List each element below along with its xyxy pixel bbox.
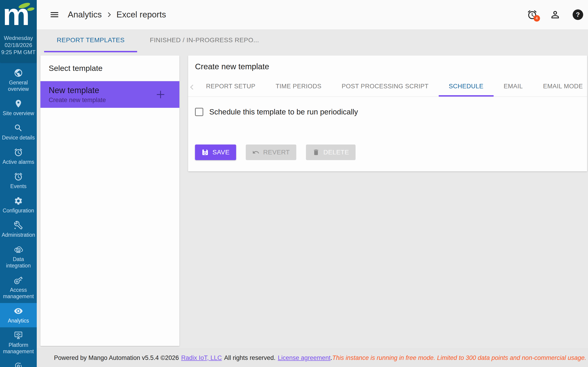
footer: Powered by Mango Automation v5.5.4 ©2026… bbox=[37, 349, 588, 367]
template-list-panel: Select template New template Create new … bbox=[40, 56, 179, 346]
key-icon bbox=[14, 276, 23, 285]
sidebar-item-label: Access management bbox=[1, 287, 36, 300]
footer-license-link[interactable]: License agreement bbox=[278, 354, 330, 361]
sidebar-item-label: Platform management bbox=[1, 342, 36, 355]
person-icon bbox=[550, 9, 561, 20]
breadcrumb: Analytics Excel reports bbox=[68, 10, 166, 19]
cloud-transfer-icon bbox=[14, 245, 23, 254]
sidebar-item-site-overview[interactable]: Site overview bbox=[0, 96, 37, 120]
date-weekday: Wednesday bbox=[0, 34, 37, 42]
question-mark-icon: ? bbox=[576, 11, 580, 18]
alarm-clock-icon bbox=[14, 148, 23, 157]
monitor-gear-icon bbox=[14, 331, 23, 340]
sidebar-item-access-management[interactable]: Access management bbox=[0, 272, 37, 303]
topbar-icons: 4 ? bbox=[527, 9, 583, 20]
gear-icon bbox=[14, 196, 23, 206]
undo-arrow-icon bbox=[252, 149, 259, 156]
sidebar-item-data-integration[interactable]: Data integration bbox=[0, 242, 37, 272]
sidebar-item-platform-management[interactable]: Platform management bbox=[0, 327, 37, 358]
footer-license-period: . bbox=[330, 354, 332, 361]
main-column: Analytics Excel reports 4 ? REPORT TE bbox=[37, 0, 588, 367]
user-button[interactable] bbox=[550, 9, 561, 20]
menu-icon[interactable] bbox=[49, 10, 60, 20]
sidebar-item-label: Site overview bbox=[1, 110, 36, 117]
search-icon bbox=[14, 123, 23, 133]
schedule-checkbox-label: Schedule this template to be run periodi… bbox=[209, 108, 358, 116]
schedule-checkbox[interactable] bbox=[195, 108, 203, 116]
tab-report-setup[interactable]: REPORT SETUP bbox=[196, 77, 266, 97]
sidebar-item-label: Analytics bbox=[1, 317, 36, 324]
save-button[interactable]: SAVE bbox=[195, 144, 236, 160]
sidebar-header: m Wednesday 02/18/2026 9:25 PM GMT bbox=[0, 0, 37, 62]
map-pin-icon bbox=[14, 99, 23, 108]
sidebar-item-label: Administration bbox=[1, 232, 36, 238]
tab-time-periods[interactable]: TIME PERIODS bbox=[266, 77, 332, 97]
plus-icon bbox=[155, 89, 166, 100]
page-tabs: REPORT TEMPLATES FINISHED / IN-PROGRESS … bbox=[37, 29, 588, 52]
chevron-left-icon bbox=[188, 83, 196, 91]
revert-button-label: REVERT bbox=[263, 149, 290, 156]
template-list-title: Select template bbox=[40, 56, 179, 81]
delete-button[interactable]: DELETE bbox=[306, 144, 355, 160]
mango-logo: m bbox=[0, 2, 37, 31]
time-value: 9:25 PM GMT bbox=[0, 49, 37, 56]
alarms-button[interactable]: 4 bbox=[527, 9, 538, 20]
trash-icon bbox=[312, 149, 320, 156]
leaf-icon bbox=[18, 2, 35, 12]
sidebar-item-analytics[interactable]: Analytics bbox=[0, 303, 37, 327]
sidebar-item-label: Events bbox=[1, 183, 36, 190]
sidebar-item-events[interactable]: Events bbox=[0, 169, 37, 193]
breadcrumb-excel-reports: Excel reports bbox=[116, 10, 166, 19]
sidebar-item-device-details[interactable]: Device details bbox=[0, 120, 37, 144]
free-mode-notice: This instance is running in free mode. L… bbox=[332, 354, 586, 361]
delete-button-label: DELETE bbox=[323, 149, 349, 156]
alarm-clock-icon bbox=[14, 172, 23, 181]
sidebar-item-administration[interactable]: Administration bbox=[0, 217, 37, 242]
sidebar-item-general-overview[interactable]: General overview bbox=[0, 65, 37, 96]
sidebar-item-label: Configuration bbox=[1, 207, 36, 214]
save-button-label: SAVE bbox=[212, 149, 230, 156]
sidebar-item-label: General overview bbox=[1, 79, 36, 92]
alarm-count-badge: 4 bbox=[534, 15, 540, 22]
revert-button[interactable]: REVERT bbox=[246, 144, 296, 160]
date-value: 02/18/2026 bbox=[0, 42, 37, 49]
schedule-checkbox-row: Schedule this template to be run periodi… bbox=[195, 107, 587, 117]
editor-tabs: REPORT SETUP TIME PERIODS POST PROCESSIN… bbox=[188, 77, 587, 97]
tab-email[interactable]: EMAIL bbox=[493, 77, 533, 97]
sync-gear-icon bbox=[14, 361, 23, 367]
floppy-disk-icon bbox=[201, 149, 209, 156]
help-button[interactable]: ? bbox=[573, 9, 583, 20]
chevron-right-icon bbox=[105, 11, 113, 18]
tab-email-mode[interactable]: EMAIL MODE bbox=[533, 77, 588, 97]
tab-finished-reports[interactable]: FINISHED / IN-PROGRESS REPO... bbox=[137, 29, 272, 52]
footer-powered-by: Powered by Mango Automation v5.5.4 ©2026 bbox=[54, 354, 179, 361]
sidebar-item-active-alarms[interactable]: Active alarms bbox=[0, 144, 37, 169]
current-datetime: Wednesday 02/18/2026 9:25 PM GMT bbox=[0, 34, 37, 56]
sidebar-item-label: Data integration bbox=[1, 256, 36, 269]
wrench-icon bbox=[14, 221, 23, 230]
template-item-subtitle: Create new template bbox=[49, 97, 155, 104]
editor-title: Create new template bbox=[188, 56, 587, 73]
editor-buttons: SAVE REVERT DELETE bbox=[195, 144, 587, 160]
globe-icon bbox=[14, 68, 23, 77]
sidebar: m Wednesday 02/18/2026 9:25 PM GMT Gener… bbox=[0, 0, 37, 367]
tab-post-processing-script[interactable]: POST PROCESSING SCRIPT bbox=[332, 77, 439, 97]
sidebar-item-label: Device details bbox=[1, 134, 36, 141]
template-item-new[interactable]: New template Create new template bbox=[40, 81, 179, 108]
breadcrumb-analytics[interactable]: Analytics bbox=[68, 10, 102, 19]
app-root: m Wednesday 02/18/2026 9:25 PM GMT Gener… bbox=[0, 0, 588, 367]
sidebar-item-configuration[interactable]: Configuration bbox=[0, 193, 37, 217]
footer-company-link[interactable]: Radix IoT, LLC bbox=[181, 354, 222, 361]
tab-schedule[interactable]: SCHEDULE bbox=[439, 77, 493, 97]
tabs-scroll-left-button bbox=[188, 77, 196, 97]
sidebar-item-event-handlers[interactable]: Event bbox=[0, 358, 37, 367]
sidebar-item-label: Active alarms bbox=[1, 159, 36, 165]
tab-report-templates[interactable]: REPORT TEMPLATES bbox=[44, 29, 137, 52]
content-area: Select template New template Create new … bbox=[37, 52, 588, 349]
eye-icon bbox=[14, 307, 23, 316]
template-editor-panel: Create new template REPORT SETUP TIME PE… bbox=[188, 56, 587, 171]
sidebar-nav: General overview Site overview Device de… bbox=[0, 62, 37, 367]
template-item-title: New template bbox=[49, 85, 155, 95]
top-bar: Analytics Excel reports 4 ? bbox=[37, 0, 588, 29]
footer-rights: All rights reserved. bbox=[224, 354, 276, 361]
